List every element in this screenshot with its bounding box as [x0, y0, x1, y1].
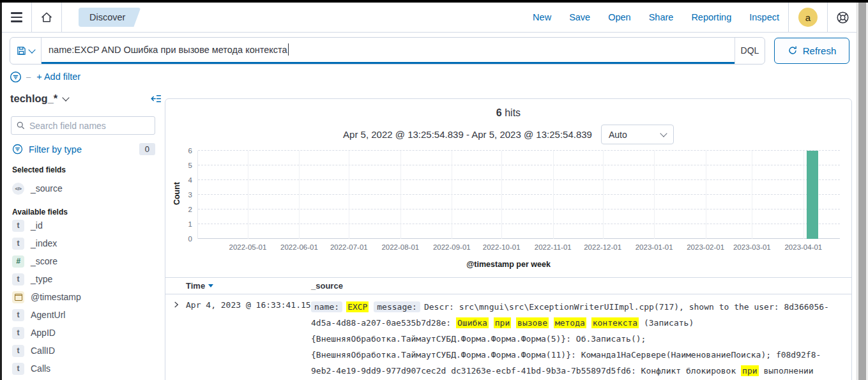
x-tick-label: 2022-05-01 [229, 243, 266, 251]
x-tick-label: 2022-08-01 [381, 243, 419, 251]
field-item-AgentUrl[interactable]: tAgentUrl [12, 306, 163, 324]
refresh-button[interactable]: Refresh [774, 38, 849, 64]
nav-link-share[interactable]: Share [649, 12, 674, 22]
gridline-x [400, 151, 401, 239]
gridline-x [752, 151, 752, 239]
column-header-source: _source [311, 281, 343, 291]
field-type-string-icon: t [12, 345, 24, 357]
nav-link-reporting[interactable]: Reporting [691, 12, 731, 22]
query-bar: name:EXCP AND Ошибка при вызове метода к… [2, 34, 857, 66]
field-name: _index [31, 238, 57, 248]
help-icon [836, 11, 849, 24]
scrollbar-thumb[interactable] [858, 3, 866, 380]
breadcrumb-discover[interactable]: Discover [79, 8, 141, 27]
field-item-_id[interactable]: t_id [12, 217, 163, 234]
field-name: @timestamp [31, 292, 81, 302]
field-type-number-icon: # [12, 255, 24, 268]
histogram-bar[interactable] [807, 151, 818, 239]
x-axis-label: @timestamp per week [165, 260, 851, 269]
time-range-label: Apr 5, 2022 @ 13:25:54.839 - Apr 5, 2023… [343, 129, 592, 140]
documents-table: Time _source Apr 4, 2023 @ 16:33:41.153n… [165, 277, 851, 380]
divider [788, 3, 789, 32]
field-search-placeholder: Search field names [29, 121, 106, 131]
field-type-date-icon [12, 291, 24, 303]
avatar[interactable]: a [798, 8, 818, 27]
field-search-input[interactable]: Search field names [11, 116, 155, 135]
query-input-group: name:EXCP AND Ошибка при вызове метода к… [10, 37, 765, 65]
y-tick-label: 2 [188, 206, 192, 213]
gridline-x [553, 151, 554, 239]
query-input[interactable]: name:EXCP AND Ошибка при вызове метода к… [42, 38, 735, 64]
table-header: Time _source [165, 278, 851, 294]
y-tick-label: 1 [188, 220, 192, 228]
field-item-_score[interactable]: #_score [12, 252, 163, 270]
collapse-icon [151, 93, 162, 104]
vertical-scrollbar[interactable] [857, 3, 868, 380]
highlighted-term: при [741, 365, 758, 376]
selected-fields: </>_source [10, 179, 163, 197]
doc-timestamp: Apr 4, 2023 @ 16:33:41.153 [186, 299, 311, 380]
x-tick-label: 2022-11-01 [535, 243, 572, 251]
gridline-y-3 [198, 194, 840, 195]
expand-row-button[interactable] [165, 299, 186, 380]
field-name: Calls [31, 363, 50, 374]
filter-icon [10, 71, 22, 83]
sidebar: techlog_* Search field names Filter by t… [2, 88, 163, 380]
field-name: _score [31, 256, 57, 266]
field-item-CallID[interactable]: tCallID [12, 342, 163, 360]
field-item-_type[interactable]: t_type [12, 270, 163, 288]
interval-select[interactable]: Auto [601, 125, 674, 144]
field-item-Calls[interactable]: tCalls [12, 360, 163, 377]
nav-link-inspect[interactable]: Inspect [749, 12, 779, 22]
text-cursor [288, 43, 289, 56]
source-field-key: name: [311, 301, 342, 312]
doc-row: Apr 4, 2023 @ 16:33:41.153name:EXCP mess… [165, 294, 851, 380]
menu-button[interactable] [2, 3, 31, 32]
chart-plot-area[interactable]: 01234562022-05-012022-06-012022-07-01202… [197, 151, 840, 239]
index-pattern-selector[interactable]: techlog_* [10, 93, 57, 105]
gridline-x [299, 151, 300, 239]
collapse-sidebar-button[interactable] [151, 93, 162, 104]
query-text: name:EXCP AND Ошибка при вызове метода к… [49, 45, 287, 55]
filter-dash: – [26, 72, 31, 82]
field-item-_index[interactable]: t_index [12, 234, 163, 252]
x-tick-label: 2022-07-01 [330, 243, 368, 251]
gridline-x [501, 151, 502, 239]
field-item-@timestamp[interactable]: @timestamp [12, 288, 163, 306]
nav-link-new[interactable]: New [533, 12, 551, 22]
home-button[interactable] [32, 3, 61, 32]
interval-value: Auto [609, 130, 627, 140]
available-fields-heading: Available fields [12, 208, 163, 217]
dql-button[interactable]: DQL [735, 38, 765, 64]
calendar-icon [15, 294, 22, 301]
field-item-callWait[interactable]: tcallWait [12, 377, 163, 380]
index-pattern-row: techlog_* [10, 88, 163, 109]
available-fields: t_idt_index#_scoret_type@timestamptAgent… [10, 217, 163, 380]
filter-by-type-button[interactable]: Filter by type 0 [12, 143, 155, 155]
field-item-_source[interactable]: </>_source [12, 179, 163, 197]
refresh-label: Refresh [803, 45, 837, 56]
x-tick-label: 2022-10-01 [483, 243, 521, 251]
help-button[interactable] [828, 3, 857, 32]
field-item-AppID[interactable]: tAppID [12, 324, 163, 342]
save-query-icon [17, 46, 26, 56]
chevron-down-icon [28, 46, 35, 53]
field-name: CallID [31, 346, 55, 356]
field-name: AgentUrl [31, 310, 65, 320]
source-field-key: message: [374, 301, 420, 312]
nav-link-open[interactable]: Open [608, 12, 630, 22]
gridline-y-1 [198, 224, 840, 224]
field-type-string-icon: t [12, 327, 24, 339]
saved-query-button[interactable] [10, 38, 42, 64]
x-tick-label: 2022-12-01 [584, 243, 621, 251]
nav-link-save[interactable]: Save [569, 12, 590, 22]
y-tick-label: 4 [188, 176, 192, 184]
column-header-time[interactable]: Time [186, 281, 311, 291]
navbar-left: Discover [2, 3, 141, 32]
sort-descending-icon [208, 284, 213, 287]
add-filter-button[interactable]: + Add filter [36, 72, 80, 82]
gridline-y-5 [198, 165, 840, 165]
x-tick-label: 2023-03-01 [733, 243, 771, 251]
top-navbar: Discover NewSaveOpenShareReportingInspec… [2, 3, 857, 33]
nav-links: NewSaveOpenShareReportingInspect [524, 12, 788, 22]
